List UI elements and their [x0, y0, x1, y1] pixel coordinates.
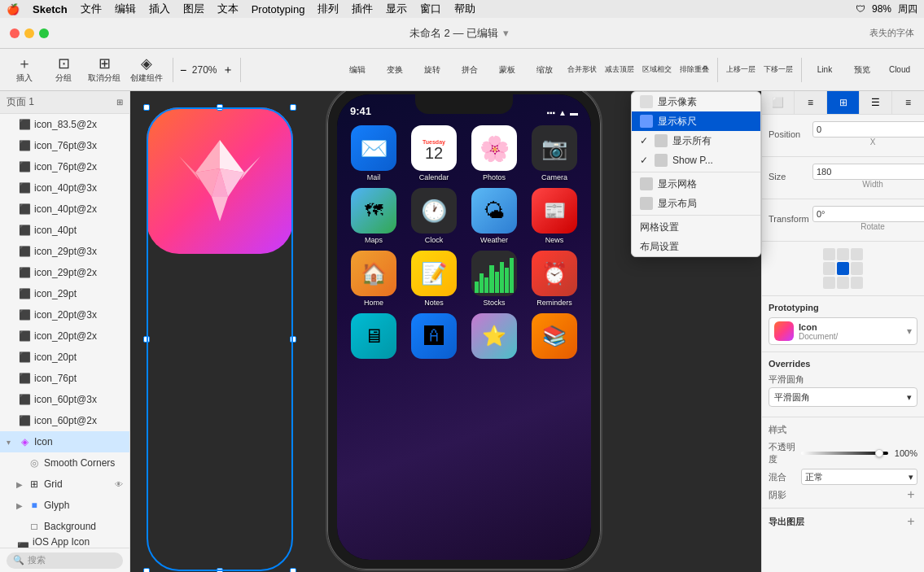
ungroup-button[interactable]: ⊞ 取消分组: [85, 52, 124, 88]
apple-menu[interactable]: 🍎: [7, 3, 20, 15]
app-calendar[interactable]: Tuesday 12 Calendar: [407, 125, 461, 181]
rg-bm[interactable]: [837, 277, 849, 289]
handle-tr[interactable]: [290, 104, 296, 111]
rg-center[interactable]: [837, 262, 849, 274]
cm-grid-settings[interactable]: 网格设置: [632, 217, 760, 237]
zoom-out-button[interactable]: −: [180, 63, 186, 76]
app-notes[interactable]: 📝 Notes: [407, 251, 461, 307]
layer-background[interactable]: □ Background: [0, 516, 129, 537]
grid-visibility-icon[interactable]: 👁: [115, 480, 123, 489]
move-backward-button[interactable]: 下移一层: [760, 52, 796, 88]
app-appstore[interactable]: 🅰: [407, 313, 461, 361]
menu-arrange[interactable]: 排列: [317, 2, 339, 16]
app-icon-artboard[interactable]: [147, 107, 293, 571]
mask-button[interactable]: 蒙板: [489, 52, 525, 88]
menu-file[interactable]: 文件: [81, 2, 102, 16]
app-books[interactable]: 📚: [528, 313, 581, 361]
layer-icon_40_2x[interactable]: ⬛ icon_40pt@2x: [0, 199, 129, 220]
preview-button[interactable]: 预览: [844, 52, 880, 88]
rg-br[interactable]: [851, 277, 863, 289]
app-home[interactable]: 🏠 Home: [347, 251, 401, 307]
exclude-button[interactable]: 排除重叠: [677, 52, 712, 88]
link-button[interactable]: Link: [807, 52, 843, 88]
tab-component[interactable]: ⊞: [827, 91, 860, 114]
opacity-slider[interactable]: [801, 452, 888, 455]
size-width-input[interactable]: [812, 164, 924, 180]
maximize-button[interactable]: [39, 28, 49, 38]
position-x-input[interactable]: [812, 121, 924, 138]
create-component-button[interactable]: ◈ 创建组件: [127, 52, 166, 88]
tab-2[interactable]: ≡: [795, 91, 827, 114]
layer-icon_20pt[interactable]: ⬛ icon_20pt: [0, 347, 129, 368]
layer-icon_83[interactable]: ⬛ icon_83.5@2x: [0, 114, 129, 135]
app-mail[interactable]: ✉️ Mail: [347, 125, 401, 181]
cm-show-ruler[interactable]: 显示标尺: [632, 111, 760, 131]
layer-glyph[interactable]: ▶ ■ Glyph: [0, 495, 129, 516]
layer-smooth-corners[interactable]: ◎ Smooth Corners: [0, 452, 129, 474]
subtract-button[interactable]: 减去顶层: [602, 52, 637, 88]
tab-style[interactable]: ⬜: [762, 91, 795, 114]
cloud-button[interactable]: Cloud: [882, 52, 917, 88]
blend-select[interactable]: 正常 ▾: [801, 469, 917, 485]
cm-show-pixels[interactable]: 显示像素: [632, 92, 760, 111]
rg-tl[interactable]: [823, 248, 835, 260]
app-camera[interactable]: 📷 Camera: [528, 125, 581, 181]
rg-tr[interactable]: [851, 248, 863, 260]
rg-ml[interactable]: [823, 262, 835, 274]
prototyping-item[interactable]: Icon Document/ ▾: [769, 317, 917, 345]
page-expand-icon[interactable]: ⊞: [116, 98, 123, 107]
app-news[interactable]: 📰 News: [528, 188, 581, 244]
layer-icon_20_2x[interactable]: ⬛ icon_20pt@2x: [0, 325, 129, 347]
cm-layout-settings[interactable]: 布局设置: [632, 237, 760, 256]
menu-text[interactable]: 文本: [217, 2, 239, 16]
layer-icon-main[interactable]: ▾ ◈ Icon: [0, 431, 129, 452]
move-forward-button[interactable]: 上移一层: [723, 52, 759, 88]
rotate-button[interactable]: 旋转: [414, 52, 450, 88]
cm-show-p[interactable]: ✓ Show P...: [632, 151, 760, 170]
transform-button[interactable]: 变换: [377, 52, 413, 88]
add-export-button[interactable]: +: [904, 515, 917, 528]
layer-icon_40_3x[interactable]: ⬛ icon_40pt@3x: [0, 177, 129, 199]
layer-icon_60_2x[interactable]: ⬛ icon_60pt@2x: [0, 410, 129, 431]
app-photos[interactable]: 🌸 Photos: [467, 125, 521, 181]
app-maps[interactable]: 🗺 Maps: [347, 188, 401, 244]
search-input[interactable]: 🔍 搜索: [7, 552, 123, 569]
scale-button[interactable]: 缩放: [527, 52, 563, 88]
tab-5[interactable]: ≡: [892, 91, 924, 114]
layer-icon_29pt[interactable]: ⬛ icon_29pt: [0, 283, 129, 304]
app-imac[interactable]: 🖥: [347, 313, 401, 361]
menu-plugins[interactable]: 插件: [352, 2, 373, 16]
minimize-button[interactable]: [24, 28, 34, 38]
zoom-in-button[interactable]: ＋: [222, 63, 234, 77]
layer-grid[interactable]: ▶ ⊞ Grid 👁: [0, 474, 129, 495]
menu-help[interactable]: 帮助: [454, 2, 475, 16]
intersect-button[interactable]: 区域相交: [639, 52, 675, 88]
handle-bm[interactable]: [217, 568, 223, 572]
close-button[interactable]: [10, 28, 20, 38]
app-stocks[interactable]: Stocks: [467, 251, 521, 307]
rg-mr[interactable]: [851, 262, 863, 274]
layer-icon_29_2x[interactable]: ⬛ icon_29pt@2x: [0, 262, 129, 283]
menu-layer[interactable]: 图层: [183, 2, 204, 16]
insert-button[interactable]: ＋ 插入: [7, 52, 42, 88]
layer-icon_40pt[interactable]: ⬛ icon_40pt: [0, 220, 129, 241]
combine-button[interactable]: 拼合: [452, 52, 488, 88]
cm-show-layout[interactable]: 显示布局: [632, 194, 760, 213]
group-button[interactable]: ⊡ 分组: [46, 52, 81, 88]
rg-tm[interactable]: [837, 248, 849, 260]
handle-bl[interactable]: [143, 568, 150, 572]
cm-show-grid[interactable]: 显示网格: [632, 174, 760, 194]
app-name[interactable]: Sketch: [33, 3, 68, 15]
layer-icon_76_2x[interactable]: ⬛ icon_76pt@2x: [0, 156, 129, 177]
handle-tm[interactable]: [217, 104, 223, 111]
handle-tl[interactable]: [143, 104, 150, 111]
cm-show-all[interactable]: ✓ 显示所有: [632, 131, 760, 151]
menu-window[interactable]: 窗口: [420, 2, 441, 16]
merge-button[interactable]: 合并形状: [564, 52, 600, 88]
app-weather[interactable]: 🌤 Weather: [467, 188, 521, 244]
menu-insert[interactable]: 插入: [149, 2, 170, 16]
layer-icon_20_3x[interactable]: ⬛ icon_20pt@3x: [0, 304, 129, 325]
edit-button[interactable]: 编辑: [339, 52, 375, 88]
transform-value-input[interactable]: [812, 206, 924, 222]
handle-mr[interactable]: [290, 336, 296, 343]
